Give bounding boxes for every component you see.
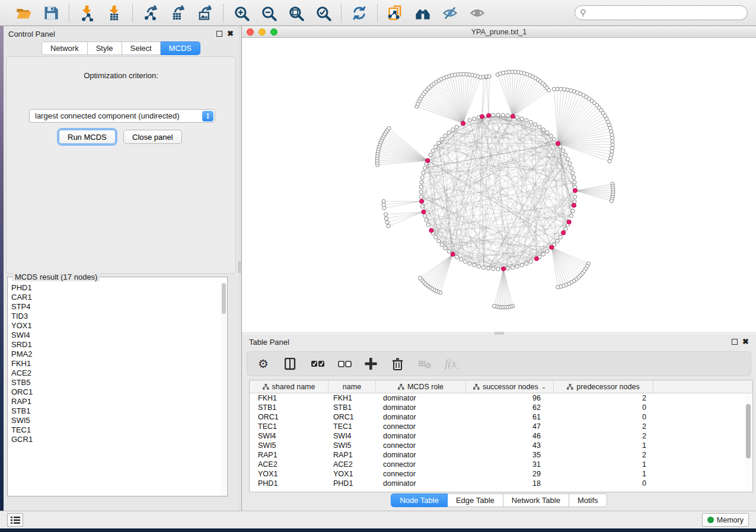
ring-node[interactable] — [570, 166, 573, 170]
result-item[interactable]: RAP1 — [11, 397, 219, 406]
table-row[interactable]: ACE2ACE2connector311 — [250, 460, 752, 469]
ring-node[interactable] — [434, 235, 438, 239]
table-tab-motifs[interactable]: Motifs — [569, 493, 607, 507]
close-panel-icon[interactable]: ✖ — [227, 31, 234, 37]
ring-node[interactable] — [501, 113, 505, 117]
ring-node[interactable] — [487, 267, 490, 270]
ring-node[interactable] — [422, 171, 425, 175]
mcds-hub-node[interactable] — [426, 159, 430, 163]
ring-node[interactable] — [425, 219, 428, 222]
network-graph-canvas[interactable] — [242, 38, 756, 332]
ring-node[interactable] — [538, 125, 541, 129]
result-item[interactable]: PMA2 — [11, 350, 219, 359]
ring-node[interactable] — [492, 267, 495, 271]
satellite-node[interactable] — [556, 286, 560, 289]
table-row[interactable]: PHD1PHD1dominator180 — [250, 479, 752, 488]
ring-node[interactable] — [529, 260, 532, 264]
ring-node[interactable] — [423, 214, 426, 217]
mcds-hub-node[interactable] — [572, 203, 576, 207]
new-column-button[interactable] — [365, 355, 378, 373]
ring-node[interactable] — [553, 137, 556, 141]
ring-node[interactable] — [437, 239, 441, 243]
ring-node[interactable] — [419, 190, 423, 194]
ring-node[interactable] — [525, 262, 528, 265]
table-row[interactable]: STB1STB1dominator620 — [250, 403, 752, 412]
ring-node[interactable] — [520, 264, 524, 267]
ring-node[interactable] — [515, 116, 519, 119]
column-header-predecessor-nodes[interactable]: predecessor nodes — [554, 380, 653, 393]
panel-list-button[interactable] — [7, 513, 23, 527]
tab-network[interactable]: Network — [42, 41, 88, 55]
ring-node[interactable] — [451, 128, 455, 132]
export-network-button[interactable] — [141, 4, 160, 23]
tab-select[interactable]: Select — [122, 41, 161, 55]
ring-node[interactable] — [426, 223, 430, 226]
ring-node[interactable] — [455, 255, 458, 259]
mcds-hub-node[interactable] — [419, 199, 423, 203]
mcds-hub-node[interactable] — [451, 252, 455, 257]
select-all-button[interactable] — [311, 355, 325, 373]
ring-node[interactable] — [568, 162, 572, 165]
export-table-button[interactable] — [168, 4, 187, 23]
result-item[interactable]: ORC1 — [11, 387, 219, 397]
ring-node[interactable] — [549, 134, 553, 137]
satellite-node[interactable] — [492, 305, 496, 308]
open-file-button[interactable] — [14, 4, 33, 23]
satellite-node[interactable] — [419, 276, 422, 280]
satellite-node[interactable] — [559, 87, 563, 91]
satellite-node[interactable] — [387, 225, 390, 228]
ring-node[interactable] — [431, 149, 435, 152]
mcds-hub-node[interactable] — [567, 220, 571, 224]
result-item[interactable]: STP4 — [11, 302, 219, 312]
mcds-hub-node[interactable] — [502, 267, 506, 271]
hide-selected-button[interactable] — [441, 4, 460, 23]
mcds-hub-node[interactable] — [556, 142, 560, 146]
ring-node[interactable] — [468, 118, 471, 122]
satellite-node[interactable] — [382, 200, 385, 203]
table-tab-node-table[interactable]: Node Table — [391, 493, 448, 507]
ring-node[interactable] — [434, 145, 438, 149]
criterion-select[interactable]: largest connected component (undirected)… — [29, 109, 215, 123]
mcds-result-list[interactable]: PHD1CAR1STP4TID3YOX1SWI4SRD1PMA2FKH1ACE2… — [11, 283, 219, 493]
ring-node[interactable] — [572, 176, 576, 180]
close-panel-button[interactable]: Close panel — [123, 130, 182, 144]
ring-node[interactable] — [440, 137, 444, 141]
ring-node[interactable] — [420, 181, 423, 184]
close-table-panel-icon[interactable]: ✖ — [742, 339, 749, 345]
ring-node[interactable] — [534, 123, 537, 126]
table-tab-edge-table[interactable]: Edge Table — [448, 493, 503, 507]
import-table-button[interactable] — [105, 4, 124, 23]
satellite-node[interactable] — [547, 88, 550, 92]
zoom-fit-button[interactable] — [286, 4, 305, 23]
table-options-button[interactable]: ⚙ — [258, 355, 272, 373]
ring-node[interactable] — [492, 113, 495, 117]
ring-node[interactable] — [570, 214, 573, 217]
mcds-hub-node[interactable] — [429, 228, 433, 232]
ring-node[interactable] — [562, 149, 565, 152]
memory-button[interactable]: Memory — [702, 513, 749, 527]
show-all-button[interactable] — [468, 4, 487, 23]
table-scrollbar[interactable] — [745, 396, 751, 489]
ring-node[interactable] — [447, 131, 451, 134]
ring-node[interactable] — [529, 120, 532, 124]
satellite-node[interactable] — [610, 199, 613, 203]
ring-node[interactable] — [564, 153, 567, 156]
import-network-button[interactable] — [78, 4, 97, 23]
result-item[interactable]: STB5 — [11, 378, 219, 387]
result-item[interactable]: SRD1 — [11, 340, 219, 350]
save-session-button[interactable] — [42, 4, 60, 23]
satellite-node[interactable] — [608, 159, 611, 163]
satellite-node[interactable] — [384, 217, 388, 220]
result-item[interactable]: SWI5 — [11, 416, 219, 425]
ring-node[interactable] — [564, 227, 567, 231]
ring-node[interactable] — [459, 258, 462, 261]
column-header-name[interactable]: name — [328, 380, 376, 393]
result-item[interactable]: GCR1 — [11, 435, 219, 444]
mcds-hub-node[interactable] — [422, 210, 426, 214]
table-tab-network-table[interactable]: Network Table — [503, 493, 569, 507]
result-item[interactable]: ACE2 — [11, 368, 219, 378]
ring-node[interactable] — [573, 195, 577, 198]
ring-node[interactable] — [444, 134, 447, 137]
ring-node[interactable] — [419, 195, 423, 198]
zoom-selected-button[interactable] — [314, 4, 333, 23]
